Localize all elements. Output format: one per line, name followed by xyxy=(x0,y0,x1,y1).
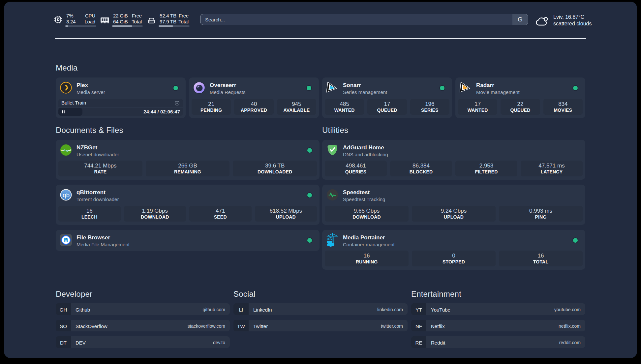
svg-text:qb: qb xyxy=(63,192,70,198)
svg-text:nzbget: nzbget xyxy=(61,148,71,152)
